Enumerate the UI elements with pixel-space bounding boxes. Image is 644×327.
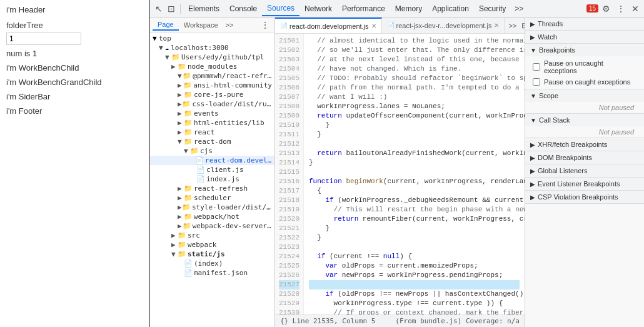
tree-item-client-js[interactable]: 📄 client.js [150, 165, 274, 174]
sources-add-folder[interactable]: ⋮ [258, 19, 272, 31]
xhr-label: XHR/fetch Breakpoints [538, 141, 607, 148]
code-line: // If props or context changed, mark the… [309, 308, 520, 314]
devtools-device-icon[interactable]: ⊡ [165, 3, 178, 15]
breakpoint-caught-label: Pause on caught exceptions [544, 78, 630, 86]
sources-tab-more[interactable]: >> [223, 20, 236, 30]
code-line: { [309, 186, 520, 196]
section-scope-header[interactable]: ▼ Scope [525, 89, 644, 102]
callstack-not-paused: Not paused [525, 126, 644, 138]
tree-item-index-js[interactable]: 📄 index.js [150, 174, 274, 184]
code-line: // at the next level instead of this one… [309, 55, 520, 64]
tree-item-react-refresh[interactable]: ▶ 📁 react-refresh [150, 184, 274, 193]
tree-item-css-loader[interactable]: ▶ 📁 css-loader/dist/runtime... [150, 99, 274, 109]
section-watch-header[interactable]: ▶ Watch [525, 31, 644, 43]
tree-item-top[interactable]: ▼ top [150, 34, 274, 43]
sources-left-panel: Page Workspace >> ⋮ ▼ top ▼ ☁ [150, 18, 275, 327]
tab-elements[interactable]: Elements [183, 2, 224, 16]
breakpoint-uncaught-checkbox[interactable] [533, 63, 540, 71]
breakpoints-label: Breakpoints [539, 46, 575, 54]
tree-item-style-loader[interactable]: ▶ 📁 style-loader/dist/runtime... [150, 203, 274, 212]
tree-item-ansi[interactable]: ▶ 📁 ansi-html-community [150, 81, 274, 90]
scope-not-paused: Not paused [525, 102, 644, 113]
tree-item-cjs[interactable]: ▼ 📁 cjs [150, 146, 274, 156]
close-devtools-icon[interactable]: ✕ [629, 3, 641, 15]
code-line: if (current !== null) { [309, 252, 520, 261]
website-input[interactable] [6, 33, 81, 45]
devtools-header-bar: ↖ ⊡ Elements Console Sources Network Per… [150, 0, 644, 18]
event-arrow: ▶ [530, 181, 535, 188]
section-callstack: ▼ Call Stack Not paused [525, 114, 644, 138]
tab-console[interactable]: Console [224, 2, 262, 16]
editor-tab-react-dom[interactable]: 📄 react-dom.development.js ✕ [275, 18, 382, 33]
tree-item-react-dom-dev[interactable]: 📄 react-dom.develop... [150, 156, 274, 165]
section-dom-header[interactable]: ▶ DOM Breakpoints [525, 151, 644, 164]
tree-item-index[interactable]: 📄 (index) [150, 259, 274, 268]
tab-sources[interactable]: Sources [262, 1, 299, 16]
editor-tab-close-2[interactable]: ✕ [494, 22, 499, 29]
watch-label: Watch [538, 33, 557, 41]
section-callstack-header[interactable]: ▼ Call Stack [525, 114, 644, 126]
tab-network[interactable]: Network [299, 2, 337, 16]
tree-item-node-modules[interactable]: ▶ 📁 node_modules [150, 62, 274, 71]
section-global-header[interactable]: ▶ Global Listeners [525, 164, 644, 177]
breakpoint-caught[interactable]: Pause on caught exceptions [525, 76, 644, 88]
tree-item-src[interactable]: ▶ 📁 src [150, 231, 274, 240]
editor-tab-react-jsx[interactable]: 📄 react-jsx-dev-r...development.js ✕ [382, 18, 505, 33]
section-event-header[interactable]: ▶ Event Listener Breakpoints [525, 178, 644, 190]
status-line-col: {} Line 21535, Column 5 [280, 317, 375, 325]
scope-label: Scope [539, 92, 558, 99]
section-csp-header[interactable]: ▶ CSP Violation Breakpoints [525, 191, 644, 203]
devtools-inspect-icon[interactable]: ↖ [153, 3, 165, 15]
code-line [309, 243, 520, 252]
tab-application[interactable]: Application [427, 2, 474, 16]
tree-item-static-js[interactable]: ▼ 📁 static/js [150, 249, 274, 259]
website-folder-tree-label: folderTree [0, 19, 149, 31]
code-line: // so we'll just enter that. The only di… [309, 46, 520, 55]
threads-label: Threads [538, 20, 563, 28]
code-line: // TODO: Probably should refactor `begin… [309, 74, 520, 83]
tab-performance[interactable]: Performance [337, 2, 390, 16]
tab-more[interactable]: >> [511, 2, 527, 16]
tree-item-pmmmwh[interactable]: ▼ 📁 @pmmmwh/react-refres... [150, 71, 274, 81]
callstack-label: Call Stack [539, 116, 570, 124]
breakpoints-arrow: ▼ [530, 47, 536, 54]
editor-sync-icon[interactable]: ⊟ [520, 20, 525, 31]
code-line: if (workInProgress._debugNeedsRemount &&… [309, 196, 520, 205]
section-watch: ▶ Watch [525, 31, 644, 44]
sources-tab-page[interactable]: Page [153, 19, 179, 31]
tree-item-manifest[interactable]: 📄 manifest.json [150, 268, 274, 278]
tree-item-users[interactable]: ▼ 📁 Users/edy/github/tpl [150, 53, 274, 62]
line-numbers: 21501 21502 21503 21504 21505 21506 2150… [275, 34, 304, 314]
code-line: workInProgress.type !== current.type )) … [309, 299, 520, 308]
tree-item-localhost[interactable]: ▼ ☁ localhost:3000 [150, 43, 274, 53]
right-debug-panel: ▶ Threads ▶ Watch ▼ Brea [525, 18, 644, 327]
section-threads-header[interactable]: ▶ Threads [525, 18, 644, 30]
editor-tabs-bar: 📄 react-dom.development.js ✕ 📄 react-jsx… [275, 18, 525, 34]
editor-tabs-more[interactable]: >> [505, 21, 520, 31]
tree-item-react[interactable]: ▶ 📁 react [150, 128, 274, 137]
website-workbench-grandchild: i'm WorkBenchGrandChild [0, 75, 149, 89]
code-editor-panel: 📄 react-dom.development.js ✕ 📄 react-jsx… [275, 18, 525, 327]
tree-item-scheduler[interactable]: ▶ 📁 scheduler [150, 193, 274, 203]
tree-item-webpack[interactable]: ▶ 📁 webpack [150, 240, 274, 249]
code-line [309, 168, 520, 177]
tree-item-events[interactable]: ▶ 📁 events [150, 109, 274, 118]
sources-tab-workspace[interactable]: Workspace [179, 20, 223, 30]
tree-item-react-dom[interactable]: ▼ 📁 react-dom [150, 137, 274, 146]
tab-memory[interactable]: Memory [390, 2, 427, 16]
code-line: // almost identical to the logic used in… [309, 36, 520, 46]
tree-item-webpack-dev-server[interactable]: ▶ 📁 webpack-dev-server/cli... [150, 221, 274, 231]
devtools-body: Page Workspace >> ⋮ ▼ top ▼ ☁ [150, 18, 644, 327]
breakpoint-caught-checkbox[interactable] [533, 78, 540, 86]
more-options-icon[interactable]: ⋮ [614, 3, 628, 15]
section-breakpoints-header[interactable]: ▼ Breakpoints [525, 44, 644, 56]
tree-item-html-entities[interactable]: ▶ 📁 html-entities/lib [150, 118, 274, 128]
settings-icon[interactable]: ⚙ [600, 3, 613, 15]
section-xhr-header[interactable]: ▶ XHR/fetch Breakpoints [525, 138, 644, 151]
tree-item-core-js[interactable]: ▶ 📁 core-js-pure [150, 90, 274, 99]
tab-security[interactable]: Security [474, 2, 511, 16]
tree-item-webpack-hot[interactable]: ▶ 📁 webpack/hot [150, 212, 274, 221]
code-lines[interactable]: // almost identical to the logic used in… [304, 34, 525, 314]
editor-tab-close-1[interactable]: ✕ [371, 23, 376, 29]
breakpoint-uncaught[interactable]: Pause on uncaught exceptions [525, 58, 644, 76]
